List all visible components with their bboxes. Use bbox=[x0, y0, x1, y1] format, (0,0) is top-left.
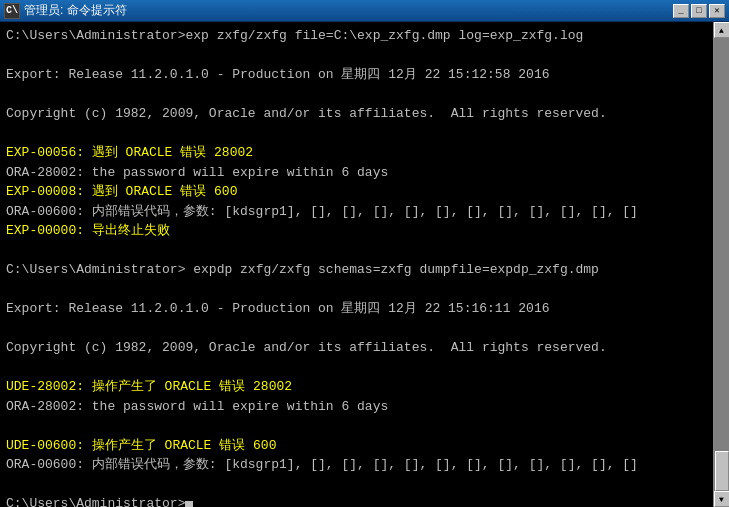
terminal-line bbox=[6, 241, 707, 261]
title-text: 管理员: 命令提示符 bbox=[24, 2, 127, 19]
terminal-line: Copyright (c) 1982, 2009, Oracle and/or … bbox=[6, 104, 707, 124]
terminal-line bbox=[6, 319, 707, 339]
title-buttons: _ □ ✕ bbox=[673, 4, 725, 18]
terminal-line: UDE-28002: 操作产生了 ORACLE 错误 28002 bbox=[6, 377, 707, 397]
terminal-line: Copyright (c) 1982, 2009, Oracle and/or … bbox=[6, 338, 707, 358]
close-button[interactable]: ✕ bbox=[709, 4, 725, 18]
scroll-track bbox=[714, 38, 729, 491]
title-bar-left: C\ 管理员: 命令提示符 bbox=[4, 2, 127, 19]
terminal-line: C:\Users\Administrator> bbox=[6, 494, 707, 507]
minimize-button[interactable]: _ bbox=[673, 4, 689, 18]
terminal-line: C:\Users\Administrator>exp zxfg/zxfg fil… bbox=[6, 26, 707, 46]
cmd-content[interactable]: C:\Users\Administrator>exp zxfg/zxfg fil… bbox=[0, 22, 713, 507]
terminal-line: EXP-00000: 导出终止失败 bbox=[6, 221, 707, 241]
terminal-line: ORA-28002: the password will expire with… bbox=[6, 163, 707, 183]
scroll-up-button[interactable]: ▲ bbox=[714, 22, 730, 38]
terminal-line: C:\Users\Administrator> expdp zxfg/zxfg … bbox=[6, 260, 707, 280]
terminal-line bbox=[6, 85, 707, 105]
scroll-down-button[interactable]: ▼ bbox=[714, 491, 730, 507]
cmd-window: C:\Users\Administrator>exp zxfg/zxfg fil… bbox=[0, 22, 729, 507]
title-bar: C\ 管理员: 命令提示符 _ □ ✕ bbox=[0, 0, 729, 22]
terminal-line bbox=[6, 358, 707, 378]
terminal-line: Export: Release 11.2.0.1.0 - Production … bbox=[6, 65, 707, 85]
terminal-line: ORA-00600: 内部错误代码，参数: [kdsgrp1], [], [],… bbox=[6, 202, 707, 222]
terminal-line bbox=[6, 280, 707, 300]
maximize-button[interactable]: □ bbox=[691, 4, 707, 18]
scroll-thumb[interactable] bbox=[715, 451, 729, 491]
terminal-line: ORA-28002: the password will expire with… bbox=[6, 397, 707, 417]
terminal-line: Export: Release 11.2.0.1.0 - Production … bbox=[6, 299, 707, 319]
terminal-line bbox=[6, 124, 707, 144]
scrollbar-vertical[interactable]: ▲ ▼ bbox=[713, 22, 729, 507]
terminal-line: UDE-00600: 操作产生了 ORACLE 错误 600 bbox=[6, 436, 707, 456]
cursor bbox=[185, 501, 193, 508]
terminal-line: ORA-00600: 内部错误代码，参数: [kdsgrp1], [], [],… bbox=[6, 455, 707, 475]
cmd-icon: C\ bbox=[4, 3, 20, 19]
terminal-line: EXP-00008: 遇到 ORACLE 错误 600 bbox=[6, 182, 707, 202]
terminal-line bbox=[6, 475, 707, 495]
terminal-line: EXP-00056: 遇到 ORACLE 错误 28002 bbox=[6, 143, 707, 163]
terminal-line bbox=[6, 46, 707, 66]
terminal-line bbox=[6, 416, 707, 436]
